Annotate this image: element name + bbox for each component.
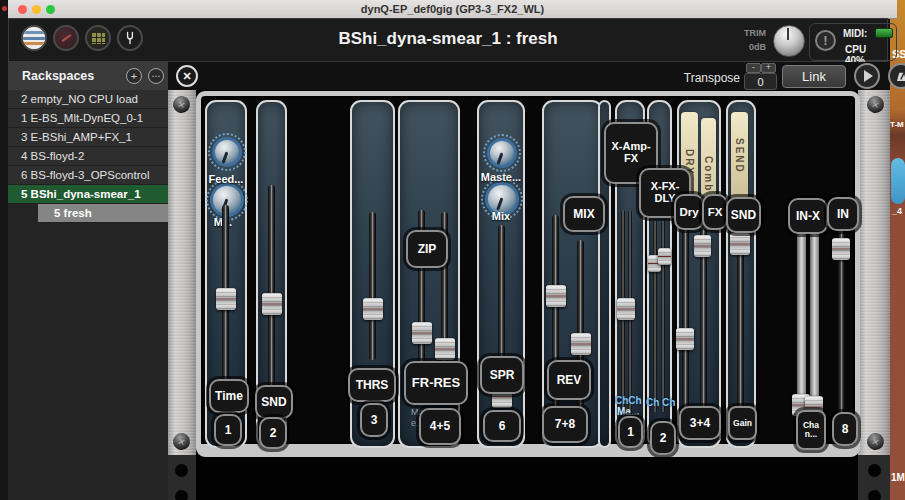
alert-button[interactable]: !: [815, 30, 836, 51]
variation-item-selected[interactable]: 5 fresh: [38, 204, 168, 223]
window-title: dynQ-EP_def0gig (GP3-3_FX2_WL): [361, 3, 544, 15]
trim-knob-pointer: [787, 28, 789, 40]
knob-label: Maste...: [475, 171, 527, 183]
titlebar[interactable]: dynQ-EP_def0gig (GP3-3_FX2_WL): [8, 0, 897, 19]
fader-thumb[interactable]: [435, 338, 455, 360]
rail-hole: [868, 490, 881, 500]
background-left-strip: [0, 0, 8, 500]
rackspace-item[interactable]: 4 BS-floyd-2: [8, 147, 168, 166]
fader-label: Time: [209, 379, 249, 413]
rail-hole: [175, 490, 188, 500]
exclamation-icon: !: [823, 33, 827, 48]
channel-text: ChCh: [615, 396, 642, 407]
rackspace-list: 2 empty_NO CPU load 1 E-BS_Mlt-DynEQ_0-1…: [8, 90, 168, 500]
zoom-window-button[interactable]: [46, 5, 55, 14]
fader-label: Dry: [674, 194, 704, 230]
fader-label: SND: [726, 197, 761, 233]
rackspace-panel: [196, 91, 860, 457]
transpose-label: Transpose: [668, 71, 740, 85]
fader-thumb[interactable]: [676, 328, 694, 350]
panic-button[interactable]: ✕: [176, 65, 198, 87]
rackspace-item-selected[interactable]: 5 BShi_dyna-smear_1: [8, 185, 168, 204]
rail-hole: [175, 464, 188, 477]
fader-thumb[interactable]: [363, 298, 383, 320]
trim-label: TRIM: [736, 28, 766, 38]
feedback-knob[interactable]: [212, 137, 242, 167]
channel-badge[interactable]: 2: [650, 421, 676, 455]
fader-thumb[interactable]: [546, 285, 566, 307]
channel-badge[interactable]: 4+5: [419, 408, 461, 445]
background-red-dot: [2, 6, 7, 11]
screen: SS T-M _4 1M dynQ-EP_def0gig (GP3-3_FX2_…: [0, 0, 905, 500]
fader-label: SPR: [480, 356, 524, 394]
channel-badge[interactable]: 1: [214, 414, 242, 446]
sidebar-header: Rackspaces + ⋯: [8, 62, 168, 91]
fader-label: IN-X: [788, 198, 828, 234]
channel-badge[interactable]: 7+8: [542, 406, 588, 443]
transpose-value[interactable]: 0: [744, 73, 777, 90]
plus-icon: +: [131, 71, 137, 81]
fader-thumb[interactable]: [216, 288, 236, 310]
rail-hole: [868, 464, 881, 477]
knob-label: Feed...: [203, 173, 249, 185]
fader-thumb[interactable]: [412, 322, 432, 344]
fader-track: [737, 232, 744, 422]
master-knob[interactable]: [487, 138, 517, 168]
fader-thumb[interactable]: [262, 293, 282, 315]
channel-badge[interactable]: 1: [618, 416, 643, 448]
knob-label: Mix: [477, 210, 525, 222]
link-button[interactable]: Link: [782, 65, 846, 88]
rack-rail-left: [168, 90, 196, 455]
metronome-icon: [894, 69, 905, 84]
add-rackspace-button[interactable]: +: [126, 68, 142, 84]
fader-thumb[interactable]: [730, 233, 750, 255]
transpose-minus-button[interactable]: -: [746, 63, 761, 73]
desktop-label-1m: 1M: [891, 472, 905, 483]
fader-thumb[interactable]: [694, 235, 711, 257]
fader-label: MIX: [563, 196, 605, 232]
tape-label: SEND: [731, 112, 748, 200]
channel-text: Ch Ch: [646, 398, 675, 409]
minimize-window-button[interactable]: [32, 5, 41, 14]
play-button[interactable]: [854, 63, 880, 89]
sidebar-title: Rackspaces: [22, 69, 94, 83]
fader-label: SND: [255, 385, 293, 419]
fader-label: REV: [547, 360, 591, 400]
rack-panel-area: ✕ ✕ ✕ ✕ Feed... M... Time 1 SND 2 THRS 3…: [168, 90, 890, 500]
rackspace-item[interactable]: 6 BS-floyd-3_OPScontrol: [8, 166, 168, 185]
fader-label: ZIP: [406, 230, 448, 268]
fader-track: [369, 212, 376, 360]
fader-label: THRS: [348, 368, 396, 402]
midi-label: MIDI:: [843, 28, 867, 39]
channel-badge[interactable]: 3+4: [679, 406, 721, 440]
empty-rack-bay: [198, 457, 858, 500]
channel-badge[interactable]: 6: [483, 410, 521, 442]
rackspace-item[interactable]: 1 E-BS_Mlt-DynEQ_0-1: [8, 109, 168, 128]
channel-badge[interactable]: 8: [832, 412, 858, 446]
fader-thumb[interactable]: [658, 248, 671, 265]
fader-label: FX: [702, 194, 728, 230]
header: BShi_dyna-smear_1 : fresh TRIM 0dB ! MID…: [8, 18, 888, 62]
desktop-label-4: _4: [892, 206, 902, 216]
trim-knob[interactable]: [773, 25, 805, 57]
desktop-label-tm: T-M: [890, 120, 904, 129]
channel-badge[interactable]: Gain: [728, 406, 757, 440]
fader-label: IN: [827, 197, 859, 231]
channel-badge[interactable]: Cha n...: [796, 410, 826, 450]
fader-label: FR-RES: [404, 361, 468, 405]
toolbar: ✕ Transpose - + 0 Link Tempo bpm - + 111…: [168, 62, 890, 90]
channel-badge[interactable]: 2: [259, 417, 287, 449]
close-icon: ✕: [182, 70, 191, 83]
channel-badge[interactable]: 3: [360, 403, 388, 437]
rackspace-item[interactable]: 2 empty_NO CPU load: [8, 90, 168, 109]
fader-track: [682, 228, 689, 420]
fader-thumb[interactable]: [832, 238, 850, 260]
transpose-plus-button[interactable]: +: [761, 63, 776, 73]
fader-thumb[interactable]: [617, 298, 635, 320]
rackspace-menu-button[interactable]: ⋯: [148, 68, 164, 84]
play-icon: [864, 70, 873, 82]
close-window-button[interactable]: [18, 5, 27, 14]
fader-thumb[interactable]: [571, 333, 591, 355]
trim-value: 0dB: [736, 42, 766, 52]
rackspace-item[interactable]: 3 E-BShi_AMP+FX_1: [8, 128, 168, 147]
